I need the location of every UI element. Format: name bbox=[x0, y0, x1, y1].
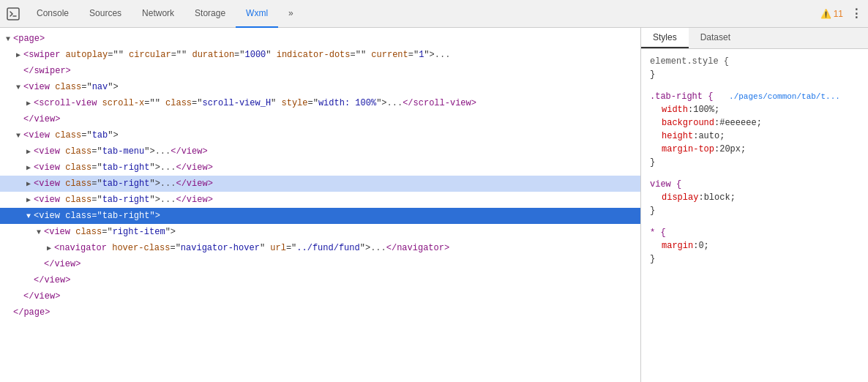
toggle-scroll-view[interactable]: ▶ bbox=[23, 98, 34, 108]
toggle-tab-right-selected[interactable]: ▼ bbox=[23, 211, 34, 221]
universal-selector: * { bbox=[650, 226, 859, 239]
tab-sources[interactable]: Sources bbox=[79, 0, 132, 28]
toggle-tab[interactable]: ▼ bbox=[13, 130, 23, 141]
style-block-view: view { display:block; } bbox=[650, 178, 859, 217]
tab-bar: Console Sources Network Storage Wxml » ⚠… bbox=[0, 0, 868, 28]
view-close: } bbox=[650, 204, 859, 217]
toggle-navigator[interactable]: ▶ bbox=[44, 243, 54, 253]
tab-right-selector: .tab-right { ./pages/common/tab/t... bbox=[650, 90, 859, 103]
style-block-universal: * { margin:0; } bbox=[650, 226, 859, 266]
tree-row-tab-menu[interactable]: ▶ <view class="tab-menu"> ... </view> bbox=[0, 143, 640, 160]
tree-row-nav[interactable]: ▼ <view class="nav"> bbox=[0, 79, 640, 95]
element-style-close: } bbox=[650, 68, 859, 81]
warning-badge[interactable]: ⚠️ 11 bbox=[820, 9, 843, 19]
tree-row-swiper[interactable]: ▶ <swiper autoplay="" circular="" durati… bbox=[0, 47, 640, 63]
tab-wxml[interactable]: Wxml bbox=[236, 0, 278, 28]
tree-row-right-item-close[interactable]: </view> bbox=[0, 256, 640, 272]
toggle-tab-menu[interactable]: ▶ bbox=[23, 146, 34, 157]
tree-row-page-close[interactable]: </page> bbox=[0, 304, 640, 321]
toggle-right-item[interactable]: ▼ bbox=[34, 227, 44, 237]
main-area: ▼ <page> ▶ <swiper autoplay="" circular=… bbox=[0, 28, 868, 382]
universal-close: } bbox=[650, 252, 859, 266]
tab-bar-right: ⚠️ 11 ⋮ bbox=[820, 5, 865, 23]
tab-network[interactable]: Network bbox=[132, 0, 184, 28]
tree-row-tab-right-1[interactable]: ▶ <view class="tab-right"> ... </view> bbox=[0, 160, 640, 176]
toggle-nav[interactable]: ▼ bbox=[13, 82, 23, 92]
warning-icon: ⚠️ bbox=[820, 9, 831, 19]
devtools-icon[interactable] bbox=[3, 4, 23, 24]
toggle-swiper[interactable]: ▶ bbox=[13, 50, 23, 60]
tree-row-tab-right-close[interactable]: </view> bbox=[0, 272, 640, 288]
style-block-element: element.style { } bbox=[650, 55, 859, 81]
styles-panel: Styles Dataset element.style { } .tab-ri… bbox=[641, 28, 868, 382]
tab-overflow[interactable]: » bbox=[278, 0, 304, 28]
tree-row-page[interactable]: ▼ <page> bbox=[0, 31, 640, 47]
tab-storage[interactable]: Storage bbox=[184, 0, 236, 28]
tab-styles[interactable]: Styles bbox=[641, 28, 689, 48]
tree-row-swiper-close[interactable]: </swiper> bbox=[0, 63, 640, 79]
tab-right-background: background:#eeeeee; bbox=[650, 116, 859, 130]
tree-row-scroll-view[interactable]: ▶ <scroll-view scroll-x="" class="scroll… bbox=[0, 95, 640, 111]
tree-row-tab-right-3[interactable]: ▶ <view class="tab-right"> ... </view> bbox=[0, 192, 640, 208]
tree-row-tab-right-selected[interactable]: ▼ <view class="tab-right"> bbox=[0, 208, 640, 224]
tree-row-tab[interactable]: ▼ <view class="tab"> bbox=[0, 127, 640, 143]
toggle-tab-right-2[interactable]: ▶ bbox=[23, 179, 34, 189]
more-options-button[interactable]: ⋮ bbox=[848, 5, 865, 23]
style-block-tab-right: .tab-right { ./pages/common/tab/t... wid… bbox=[650, 90, 859, 169]
tab-console[interactable]: Console bbox=[26, 0, 79, 28]
tree-row-nav-close[interactable]: </view> bbox=[0, 111, 640, 127]
tree-row-right-item[interactable]: ▼ <view class="right-item "> bbox=[0, 224, 640, 240]
tab-right-source-link[interactable]: ./pages/common/tab/t... bbox=[729, 92, 840, 101]
tree-row-tab-close[interactable]: </view> bbox=[0, 288, 640, 304]
tab-right-margin-top: margin-top:20px; bbox=[650, 143, 859, 156]
more-icon: ⋮ bbox=[850, 7, 862, 21]
toggle-page[interactable]: ▼ bbox=[3, 34, 13, 44]
tree-row-tab-right-2[interactable]: ▶ <view class="tab-right"> ... </view> bbox=[0, 176, 640, 192]
panel-tabs: Styles Dataset bbox=[641, 28, 868, 49]
styles-content: element.style { } .tab-right { ./pages/c… bbox=[641, 49, 868, 280]
view-display: display:block; bbox=[650, 191, 859, 204]
tab-right-height: height:auto; bbox=[650, 130, 859, 143]
toggle-tab-right-1[interactable]: ▶ bbox=[23, 162, 34, 173]
universal-margin: margin:0; bbox=[650, 239, 859, 252]
toggle-tab-right-3[interactable]: ▶ bbox=[23, 195, 34, 205]
tab-dataset[interactable]: Dataset bbox=[689, 28, 742, 48]
element-style-selector: element.style { bbox=[650, 55, 859, 68]
tree-row-navigator[interactable]: ▶ <navigator hover-class="navigator-hove… bbox=[0, 240, 640, 256]
tab-right-close: } bbox=[650, 156, 859, 169]
warning-count: 11 bbox=[834, 9, 843, 19]
tab-right-width: width:100%; bbox=[650, 103, 859, 116]
view-selector: view { bbox=[650, 178, 859, 191]
tree-panel: ▼ <page> ▶ <swiper autoplay="" circular=… bbox=[0, 28, 641, 382]
